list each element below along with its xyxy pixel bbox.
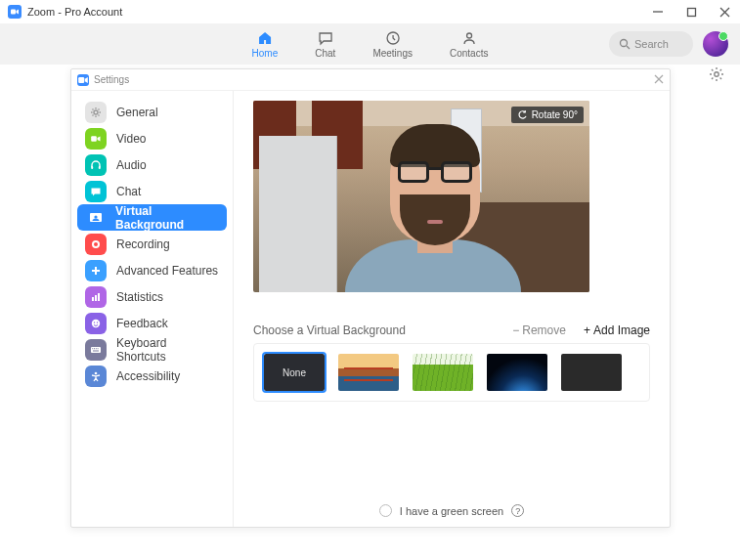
- svg-rect-0: [11, 10, 16, 15]
- svg-rect-30: [94, 348, 95, 349]
- smile-icon: [85, 313, 107, 334]
- virtual-background-icon: [85, 207, 106, 229]
- minimize-button[interactable]: [650, 4, 666, 20]
- remove-image-button[interactable]: − Remove: [512, 323, 566, 337]
- minus-icon: −: [512, 323, 519, 337]
- settings-gear-icon[interactable]: [709, 66, 724, 86]
- sidebar-item-label: Virtual Background: [115, 204, 219, 232]
- thumb-none[interactable]: None: [264, 354, 325, 391]
- chat-bubble-icon: [85, 181, 107, 202]
- contacts-icon: [461, 30, 477, 46]
- preview-scene: [253, 101, 589, 292]
- accessibility-icon: [85, 366, 107, 387]
- plus-icon: [85, 260, 107, 281]
- sidebar-item-recording[interactable]: Recording: [77, 231, 227, 257]
- sidebar-item-video[interactable]: Video: [77, 125, 227, 151]
- svg-point-19: [94, 215, 97, 218]
- svg-rect-23: [95, 295, 97, 301]
- nav-home[interactable]: Home: [252, 30, 279, 59]
- thumb-custom-dark[interactable]: [561, 354, 622, 391]
- svg-line-8: [627, 46, 630, 49]
- search-icon: [619, 38, 631, 50]
- search-input[interactable]: Search: [609, 31, 693, 57]
- sidebar-item-label: Video: [116, 132, 146, 146]
- settings-window: Settings General Video Audio Chat: [70, 68, 671, 528]
- nav-label: Home: [252, 48, 279, 59]
- sidebar-item-label: Accessibility: [116, 369, 180, 383]
- svg-point-21: [94, 242, 98, 246]
- close-button[interactable]: [717, 4, 732, 20]
- sidebar-item-feedback[interactable]: Feedback: [77, 310, 227, 336]
- remove-label: Remove: [522, 323, 566, 337]
- zoom-logo-icon: [77, 74, 89, 86]
- rotate-label: Rotate 90°: [532, 109, 578, 120]
- sidebar-item-label: Feedback: [116, 317, 168, 330]
- sidebar-item-advanced[interactable]: Advanced Features: [77, 257, 227, 283]
- window-titlebar: Zoom - Pro Account: [0, 0, 740, 23]
- sidebar-item-audio[interactable]: Audio: [77, 151, 227, 178]
- record-icon: [85, 234, 107, 255]
- maximize-button[interactable]: [683, 4, 699, 20]
- rotate-icon: [517, 109, 528, 120]
- plus-icon: +: [584, 323, 590, 337]
- sidebar-item-chat[interactable]: Chat: [77, 178, 227, 204]
- svg-point-34: [95, 371, 98, 374]
- choose-background-label: Choose a Virtual Background: [253, 323, 406, 337]
- settings-title: Settings: [94, 74, 129, 85]
- settings-content: Rotate 90° Choose a Virtual Background −…: [234, 91, 670, 527]
- settings-sidebar: General Video Audio Chat Virtual Backgro…: [71, 91, 234, 527]
- thumb-none-label: None: [283, 367, 306, 378]
- thumb-space[interactable]: [487, 354, 547, 391]
- rotate-button[interactable]: Rotate 90°: [511, 107, 584, 123]
- sidebar-item-virtual-background[interactable]: Virtual Background: [77, 204, 227, 231]
- svg-point-7: [621, 40, 628, 47]
- sidebar-item-label: General: [116, 106, 158, 119]
- nav-label: Meetings: [372, 48, 413, 59]
- top-nav: Home Chat Meetings Contacts Search: [0, 23, 740, 65]
- svg-point-6: [466, 33, 471, 38]
- search-placeholder: Search: [634, 38, 669, 50]
- nav-contacts[interactable]: Contacts: [450, 30, 488, 59]
- thumb-grass[interactable]: [413, 354, 473, 391]
- svg-point-26: [94, 322, 95, 323]
- svg-rect-17: [99, 166, 101, 169]
- video-icon: [85, 128, 107, 150]
- home-icon: [257, 30, 273, 46]
- svg-rect-29: [92, 348, 93, 349]
- avatar[interactable]: [703, 31, 728, 57]
- sidebar-item-statistics[interactable]: Statistics: [77, 283, 227, 310]
- background-thumbnails: None: [253, 343, 650, 402]
- keyboard-icon: [85, 339, 107, 361]
- sidebar-item-accessibility[interactable]: Accessibility: [77, 363, 227, 389]
- svg-point-9: [715, 72, 718, 76]
- svg-rect-10: [78, 77, 84, 83]
- sidebar-item-keyboard[interactable]: Keyboard Shortcuts: [77, 336, 227, 363]
- gear-icon: [85, 102, 107, 123]
- add-image-button[interactable]: + Add Image: [584, 323, 650, 337]
- svg-rect-28: [91, 347, 101, 353]
- nav-chat[interactable]: Chat: [315, 30, 335, 59]
- sidebar-item-general[interactable]: General: [77, 99, 227, 125]
- green-screen-checkbox[interactable]: [379, 504, 392, 517]
- nav-meetings[interactable]: Meetings: [372, 30, 413, 59]
- headphones-icon: [85, 154, 107, 176]
- svg-rect-22: [92, 297, 94, 301]
- svg-point-13: [94, 110, 98, 114]
- sidebar-item-label: Recording: [116, 237, 170, 251]
- svg-rect-33: [93, 350, 99, 351]
- svg-rect-24: [98, 293, 100, 301]
- camera-preview: Rotate 90°: [253, 101, 589, 292]
- svg-rect-31: [96, 348, 97, 349]
- sidebar-item-label: Audio: [116, 158, 147, 172]
- svg-point-25: [92, 319, 100, 326]
- bars-icon: [85, 286, 107, 308]
- green-screen-label: I have a green screen: [400, 505, 503, 517]
- add-label: Add Image: [593, 323, 650, 337]
- nav-label: Chat: [315, 48, 335, 59]
- svg-rect-2: [687, 8, 695, 16]
- thumb-bridge[interactable]: [338, 354, 399, 391]
- help-icon[interactable]: ?: [511, 504, 524, 517]
- settings-close-button[interactable]: [654, 74, 664, 86]
- svg-rect-16: [91, 166, 93, 169]
- nav-label: Contacts: [450, 48, 488, 59]
